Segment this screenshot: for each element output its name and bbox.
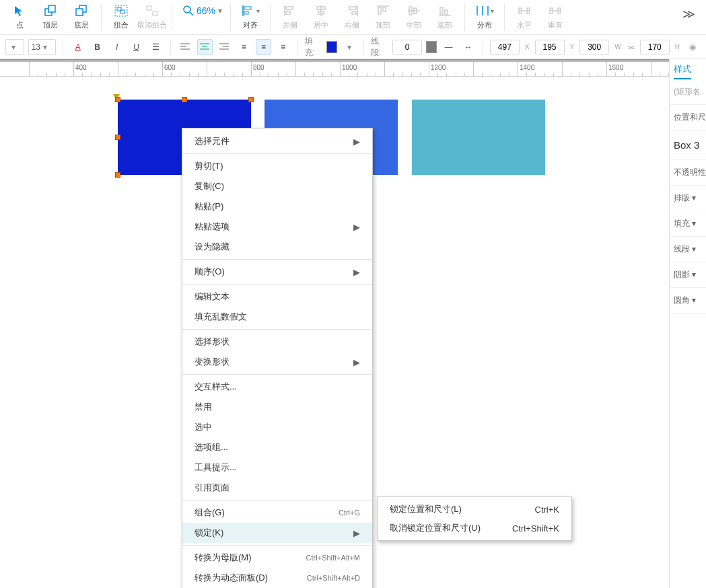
- valign-bottom-button[interactable]: ≡: [275, 39, 291, 55]
- bullets-button[interactable]: ☰: [148, 39, 164, 55]
- send-back-button[interactable]: 底层: [66, 3, 97, 34]
- resize-handle[interactable]: [115, 172, 120, 178]
- stroke-width-input[interactable]: [392, 40, 422, 54]
- align-left-button[interactable]: [178, 39, 193, 55]
- menu-item[interactable]: 选项组...: [182, 437, 372, 457]
- panel-row[interactable]: Box 3: [670, 131, 706, 160]
- x-input[interactable]: [490, 40, 520, 54]
- stroke-label: 线段:: [371, 36, 387, 59]
- menu-item[interactable]: 变换形状 ▶: [182, 352, 372, 372]
- menu-item[interactable]: 工具提示...: [182, 457, 372, 478]
- submenu-item[interactable]: 取消锁定位置和尺寸(U)Ctrl+Shift+K: [378, 519, 571, 538]
- fill-options-button[interactable]: ▾: [341, 39, 357, 55]
- tab-style[interactable]: 样式: [674, 63, 691, 79]
- svg-rect-12: [244, 7, 251, 9]
- panel-row[interactable]: 位置和尺寸: [670, 105, 706, 131]
- format-toolbar: ▾ 13▾ A B I U ☰ ≡ ≡ ≡ 填充: ▾ 线段: — ↔ X Y …: [0, 35, 706, 59]
- resize-handle[interactable]: [248, 97, 254, 102]
- menu-item[interactable]: 转换为母版(M) Ctrl+Shift+Alt+M: [182, 548, 372, 568]
- h-input[interactable]: [640, 40, 670, 54]
- ruler-horizontal: 4006008001000120014001600: [0, 62, 706, 77]
- align-right-button: 右侧: [337, 3, 367, 34]
- distribute-vert-button: 垂直: [540, 3, 571, 34]
- menu-item[interactable]: 选中: [182, 417, 372, 437]
- align-left-button: 左侧: [275, 3, 306, 34]
- stroke-style-button[interactable]: —: [441, 39, 456, 55]
- menu-item[interactable]: 粘贴(P): [182, 196, 372, 217]
- blue-rect-3[interactable]: [412, 100, 545, 175]
- menu-item[interactable]: 选择元件 ▶: [182, 131, 372, 151]
- svg-rect-1: [48, 5, 55, 12]
- menu-item[interactable]: 交互样式...: [182, 377, 372, 397]
- menu-item[interactable]: 顺序(O) ▶: [182, 262, 372, 282]
- resize-handle[interactable]: [115, 97, 120, 102]
- submenu-item: 锁定位置和尺寸(L)Ctrl+K: [378, 500, 571, 519]
- menu-item[interactable]: 填充乱数假文: [182, 307, 372, 327]
- align-right-button[interactable]: [217, 39, 232, 55]
- menu-item[interactable]: 选择形状: [182, 332, 372, 352]
- ungroup-button: 取消组合: [137, 3, 168, 34]
- menu-item[interactable]: 编辑文本: [182, 287, 372, 307]
- italic-button[interactable]: I: [109, 39, 125, 55]
- y-input[interactable]: [535, 40, 565, 54]
- menu-item[interactable]: 引用页面: [182, 478, 372, 498]
- underline-button[interactable]: U: [129, 39, 144, 55]
- svg-rect-7: [147, 6, 151, 10]
- toolbar-overflow-button[interactable]: ≫: [682, 3, 702, 22]
- svg-rect-24: [378, 7, 381, 14]
- main-toolbar: 点 顶层 底层 组合 取消组合 66% ▾ ▾ 对齐: [0, 0, 706, 35]
- menu-item[interactable]: 锁定(K) ▶: [182, 523, 372, 543]
- menu-item[interactable]: 禁用: [182, 397, 372, 417]
- menu-item[interactable]: 设为隐藏: [182, 237, 372, 257]
- resize-handle[interactable]: [182, 97, 187, 102]
- valign-middle-button[interactable]: ≡: [256, 39, 271, 55]
- svg-point-9: [184, 6, 190, 13]
- align-center-button[interactable]: [197, 39, 213, 55]
- bold-button[interactable]: B: [90, 39, 105, 55]
- align-centerh-button: 居中: [306, 3, 337, 34]
- lock-submenu: 锁定位置和尺寸(L)Ctrl+K 取消锁定位置和尺寸(U)Ctrl+Shift+…: [377, 497, 572, 541]
- arrow-style-button[interactable]: ↔: [460, 39, 476, 55]
- style-panel: 样式 (矩形名 位置和尺寸Box 3不透明性 ▾排版 ▾填充 ▾线段 ▾阴影 ▾…: [669, 59, 706, 588]
- zoom-control[interactable]: 66% ▾: [183, 5, 222, 16]
- search-icon: [183, 5, 194, 16]
- panel-row[interactable]: 不透明性 ▾: [670, 160, 706, 186]
- point-tool-button[interactable]: 点: [4, 3, 35, 34]
- shape-name-field[interactable]: (矩形名: [670, 79, 706, 105]
- valign-top-button[interactable]: ≡: [236, 39, 252, 55]
- panel-row[interactable]: 阴影 ▾: [670, 262, 706, 288]
- align-top-button: 顶部: [367, 3, 398, 34]
- resize-handle[interactable]: [115, 135, 120, 140]
- group-button[interactable]: 组合: [106, 3, 137, 34]
- align-middle-button: 中部: [398, 3, 429, 34]
- context-menu: 选择元件 ▶ 剪切(T) 复制(C) 粘贴(P) 粘贴选项 ▶ 设为隐藏 顺序(…: [182, 128, 373, 588]
- fill-color-swatch[interactable]: [326, 41, 337, 53]
- w-input[interactable]: [579, 40, 609, 54]
- svg-rect-15: [286, 7, 293, 9]
- font-family-dropdown[interactable]: ▾: [5, 39, 24, 55]
- visibility-icon[interactable]: ◉: [685, 39, 701, 55]
- menu-item[interactable]: 组合(G) Ctrl+G: [182, 503, 372, 523]
- menu-item[interactable]: 剪切(T): [182, 156, 372, 176]
- panel-row[interactable]: 排版 ▾: [670, 186, 706, 211]
- stroke-color-swatch[interactable]: [426, 41, 437, 53]
- svg-rect-21: [349, 7, 356, 9]
- panel-row[interactable]: 圆角 ▾: [670, 288, 706, 314]
- menu-item[interactable]: 复制(C): [182, 176, 372, 196]
- align-bottom-button: 底部: [429, 3, 460, 34]
- distribute-dropdown[interactable]: ▾ 分布: [469, 3, 500, 34]
- svg-rect-3: [76, 9, 83, 15]
- lock-aspect-icon[interactable]: ⫘: [627, 39, 636, 55]
- align-dropdown[interactable]: ▾ 对齐: [235, 3, 266, 34]
- panel-row[interactable]: 线段 ▾: [670, 237, 706, 262]
- font-color-button[interactable]: A: [70, 39, 85, 55]
- svg-rect-22: [352, 11, 356, 14]
- fill-label: 填充:: [305, 36, 321, 59]
- bring-front-button[interactable]: 顶层: [35, 3, 66, 34]
- svg-rect-8: [153, 11, 157, 15]
- menu-item[interactable]: 转换为动态面板(D) Ctrl+Shift+Alt+D: [182, 568, 372, 588]
- menu-item[interactable]: 粘贴选项 ▶: [182, 217, 372, 237]
- panel-row[interactable]: 填充 ▾: [670, 211, 706, 237]
- font-size-dropdown[interactable]: 13▾: [28, 39, 57, 55]
- svg-rect-31: [445, 10, 448, 14]
